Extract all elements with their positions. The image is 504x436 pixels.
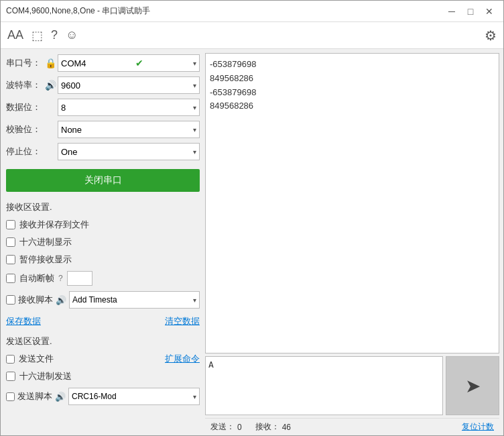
pause-display-row: 暂停接收显示 — [6, 254, 200, 266]
port-arrow-icon: ▾ — [193, 60, 196, 67]
gear-icon[interactable]: ⚙ — [485, 28, 497, 44]
port-icon: 🔒 — [43, 58, 58, 68]
close-button[interactable]: ✕ — [481, 3, 498, 20]
recv-settings-title: 接收区设置. — [6, 201, 200, 213]
main-window: COM4,9600,None,8,One - 串口调试助手 ─ □ ✕ AA ⬚… — [0, 0, 504, 436]
baud-row: 波特率： 🔊 9600 ▾ — [6, 76, 200, 94]
recv-script-icon: 🔊 — [56, 295, 66, 305]
port-label: 串口号： — [6, 57, 43, 69]
save-data-button[interactable]: 保存数据 — [6, 315, 41, 327]
data-bits-dropdown[interactable]: 8 ▾ — [58, 99, 200, 116]
stop-bits-value: One — [61, 147, 78, 157]
auto-frame-help-icon[interactable]: ? — [58, 274, 63, 283]
stop-bits-arrow-icon: ▾ — [193, 148, 196, 156]
parity-label: 校验位： — [6, 123, 43, 135]
hex-display-label: 十六进制显示 — [19, 236, 72, 248]
recv-line-4: 849568286 — [210, 99, 495, 113]
recv-script-dropdown[interactable]: Add Timesta ▾ — [69, 291, 200, 309]
recv-line-2: 849568286 — [210, 72, 495, 86]
send-script-dropdown[interactable]: CRC16-Mod ▾ — [68, 388, 200, 405]
send-script-label: 发送脚本 — [17, 390, 52, 402]
help-icon[interactable]: ? — [51, 28, 58, 42]
baud-arrow-icon: ▾ — [193, 82, 196, 89]
auto-frame-checkbox[interactable] — [6, 274, 15, 283]
send-script-arrow-icon: ▾ — [193, 393, 196, 400]
port-check-icon: ✔ — [135, 58, 143, 68]
baud-value: 9600 — [61, 80, 80, 91]
stop-bits-row: 停止位： One ▾ — [6, 143, 200, 160]
port-value: COM4 — [61, 58, 86, 68]
pause-display-label: 暂停接收显示 — [19, 254, 72, 266]
hex-send-label: 十六进制发送 — [19, 370, 72, 382]
pause-display-checkbox[interactable] — [6, 255, 15, 264]
stop-bits-dropdown[interactable]: One ▾ — [58, 143, 200, 160]
title-bar: COM4,9600,None,8,One - 串口调试助手 ─ □ ✕ — [1, 1, 503, 22]
send-status: 发送： 0 — [210, 421, 242, 433]
baud-dropdown[interactable]: 9600 ▾ — [58, 76, 200, 94]
baud-icon: 🔊 — [43, 80, 58, 91]
send-script-checkbox[interactable] — [6, 392, 15, 401]
send-script-icon: 🔊 — [55, 392, 66, 402]
port-row: 串口号： 🔒 COM4 ✔ ▾ — [6, 54, 200, 72]
send-script-row: 发送脚本 🔊 CRC16-Mod ▾ — [6, 388, 200, 405]
send-file-label: 发送文件 — [19, 353, 54, 365]
right-panel: -653879698 849568286 -653879698 84956828… — [205, 49, 503, 435]
clear-data-button[interactable]: 清空数据 — [165, 315, 200, 327]
send-arrow-icon: ➤ — [465, 375, 481, 397]
hex-display-row: 十六进制显示 — [6, 236, 200, 248]
send-file-checkbox[interactable] — [6, 355, 15, 364]
recv-label: 接收： — [255, 421, 279, 433]
recv-line-1: -653879698 — [210, 58, 495, 72]
smile-icon[interactable]: ☺ — [66, 28, 78, 42]
data-bits-arrow-icon: ▾ — [193, 104, 196, 111]
stop-bits-label: 停止位： — [6, 146, 43, 158]
font-icon[interactable]: AA — [7, 28, 23, 42]
recv-status: 接收： 46 — [255, 421, 291, 433]
save-to-file-checkbox[interactable] — [6, 220, 15, 229]
recv-display: -653879698 849568286 -653879698 84956828… — [205, 53, 499, 353]
close-serial-button[interactable]: 关闭串口 — [6, 169, 200, 192]
auto-frame-input[interactable]: 20 — [67, 271, 92, 286]
data-bits-value: 8 — [61, 103, 66, 113]
data-bits-row: 数据位： 8 ▾ — [6, 99, 200, 116]
window-controls: ─ □ ✕ — [443, 3, 498, 20]
send-count: 0 — [237, 423, 242, 432]
send-area: A ➤ — [205, 356, 499, 415]
recv-script-checkbox[interactable] — [6, 295, 15, 305]
parity-dropdown[interactable]: None ▾ — [58, 121, 200, 138]
save-to-file-row: 接收并保存到文件 — [6, 219, 200, 231]
hex-send-checkbox[interactable] — [6, 372, 15, 381]
recv-script-label: 接收脚本 — [18, 294, 53, 306]
status-bar: 发送： 0 接收： 46 复位计数 — [205, 418, 499, 435]
maximize-button[interactable]: □ — [462, 3, 479, 20]
send-settings-title: 发送区设置. — [6, 335, 200, 347]
save-to-file-label: 接收并保存到文件 — [19, 219, 89, 231]
expand-cmd-button[interactable]: 扩展命令 — [165, 353, 200, 365]
recv-script-row: 接收脚本 🔊 Add Timesta ▾ — [6, 291, 200, 309]
baud-label: 波特率： — [6, 79, 43, 91]
toolbar-left: AA ⬚ ? ☺ — [7, 28, 78, 43]
hex-send-row: 十六进制发送 — [6, 370, 200, 382]
auto-frame-row: 自动断帧 ? 20 — [6, 271, 200, 286]
recv-line-3: -653879698 — [210, 86, 495, 100]
data-bits-label: 数据位： — [6, 101, 43, 113]
send-label: 发送： — [210, 421, 235, 433]
send-button[interactable]: ➤ — [446, 356, 499, 415]
parity-value: None — [61, 125, 82, 135]
recv-script-value: Add Timesta — [72, 295, 117, 305]
toolbar: AA ⬚ ? ☺ ⚙ — [1, 22, 503, 49]
parity-row: 校验位： None ▾ — [6, 121, 200, 138]
data-links-row: 保存数据 清空数据 — [6, 315, 200, 327]
send-file-row: 发送文件 扩展命令 — [6, 353, 200, 365]
send-script-value: CRC16-Mod — [72, 392, 117, 401]
reset-count-button[interactable]: 复位计数 — [462, 421, 494, 433]
port-dropdown[interactable]: COM4 ✔ ▾ — [58, 54, 200, 72]
parity-arrow-icon: ▾ — [193, 126, 196, 133]
hex-display-checkbox[interactable] — [6, 237, 15, 247]
left-panel: 串口号： 🔒 COM4 ✔ ▾ 波特率： 🔊 9600 ▾ 数据位： — [1, 49, 205, 435]
recv-count: 46 — [282, 423, 291, 432]
minimize-button[interactable]: ─ — [443, 3, 460, 20]
main-content: 串口号： 🔒 COM4 ✔ ▾ 波特率： 🔊 9600 ▾ 数据位： — [1, 49, 503, 435]
crop-icon[interactable]: ⬚ — [32, 28, 43, 43]
send-textarea[interactable]: A — [205, 356, 443, 415]
